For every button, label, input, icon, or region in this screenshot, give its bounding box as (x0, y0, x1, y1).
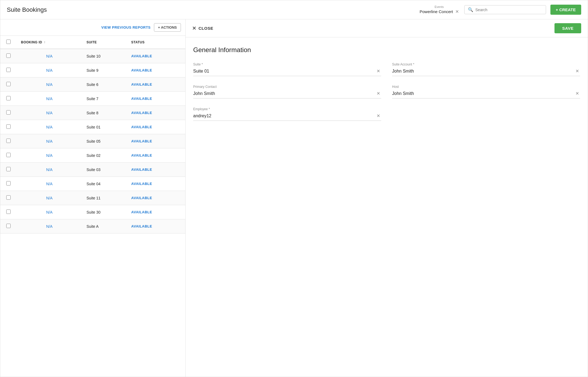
th-checkbox (0, 36, 17, 49)
form-field-placeholder (392, 107, 580, 121)
table-row[interactable]: N/ASuite 03AVAILABLE (0, 163, 185, 177)
cell-status: AVAILABLE (127, 120, 185, 134)
cell-booking-id[interactable]: N/A (17, 134, 82, 148)
th-booking-id: BOOKING ID ↑ (17, 36, 82, 49)
primary-contact-value-row: John Smith ✕ (193, 90, 381, 98)
create-button[interactable]: + CREATE (550, 5, 581, 15)
table-row[interactable]: N/ASuite 7AVAILABLE (0, 92, 185, 106)
close-button[interactable]: ✕ CLOSE (192, 25, 213, 31)
cell-status: AVAILABLE (127, 134, 185, 148)
cell-booking-id[interactable]: N/A (17, 163, 82, 177)
host-label: Host (392, 85, 580, 89)
primary-contact-value: John Smith (193, 91, 375, 96)
actions-button[interactable]: + ACTIONS (154, 23, 181, 32)
row-checkbox[interactable] (6, 167, 11, 171)
suite-account-clear-icon[interactable]: ✕ (574, 68, 580, 74)
row-checkbox[interactable] (6, 82, 11, 86)
cell-booking-id[interactable]: N/A (17, 177, 82, 191)
cell-booking-id[interactable]: N/A (17, 106, 82, 120)
host-value: John Smith (392, 91, 574, 96)
row-checkbox[interactable] (6, 96, 11, 100)
sort-icon: ↑ (44, 40, 46, 44)
search-bar[interactable]: 🔍 (464, 5, 546, 14)
form-row-suite: Suite * Suite 01 ✕ Suite Account * John … (193, 62, 580, 76)
cell-booking-id[interactable]: N/A (17, 49, 82, 63)
row-checkbox[interactable] (6, 124, 11, 129)
app-container: Suite Bookings Events Powerline Concert … (0, 0, 588, 377)
employee-label: Employee * (193, 107, 381, 111)
employee-value: andrey12 (193, 113, 375, 118)
table-row[interactable]: N/ASuite 05AVAILABLE (0, 134, 185, 148)
close-label: CLOSE (199, 26, 213, 31)
event-value-row: Powerline Concert ✕ (420, 9, 459, 14)
event-clear-icon[interactable]: ✕ (455, 9, 459, 14)
cell-booking-id[interactable]: N/A (17, 191, 82, 205)
table-row[interactable]: N/ASuite 11AVAILABLE (0, 191, 185, 205)
primary-contact-label: Primary Contact (193, 85, 381, 89)
cell-suite: Suite 8 (82, 106, 127, 120)
cell-status: AVAILABLE (127, 191, 185, 205)
host-clear-icon[interactable]: ✕ (574, 90, 580, 97)
cell-suite: Suite 6 (82, 77, 127, 92)
cell-status: AVAILABLE (127, 163, 185, 177)
cell-booking-id[interactable]: N/A (17, 120, 82, 134)
close-x-icon: ✕ (192, 25, 196, 31)
table-row[interactable]: N/ASuite 6AVAILABLE (0, 77, 185, 92)
table-row[interactable]: N/ASuite AAVAILABLE (0, 219, 185, 234)
suite-account-value-row: John Smith ✕ (392, 68, 580, 76)
header-event-selector: Events Powerline Concert ✕ (420, 5, 459, 14)
row-checkbox[interactable] (6, 210, 11, 214)
employee-clear-icon[interactable]: ✕ (375, 113, 381, 119)
app-title: Suite Bookings (7, 6, 420, 13)
table-row[interactable]: N/ASuite 10AVAILABLE (0, 49, 185, 63)
row-checkbox[interactable] (6, 195, 11, 200)
form-field-primary-contact: Primary Contact John Smith ✕ (193, 85, 381, 98)
row-checkbox[interactable] (6, 224, 11, 228)
suite-clear-icon[interactable]: ✕ (375, 68, 381, 74)
header: Suite Bookings Events Powerline Concert … (0, 0, 588, 19)
search-input[interactable] (475, 8, 542, 12)
left-panel: VIEW PREVIOUS REPORTS + ACTIONS BOOKING … (0, 19, 186, 377)
primary-contact-clear-icon[interactable]: ✕ (375, 90, 381, 97)
cell-booking-id[interactable]: N/A (17, 219, 82, 234)
suite-value-row: Suite 01 ✕ (193, 68, 381, 76)
th-booking-id-label: BOOKING ID (21, 40, 42, 44)
table-row[interactable]: N/ASuite 30AVAILABLE (0, 205, 185, 219)
table-row[interactable]: N/ASuite 04AVAILABLE (0, 177, 185, 191)
cell-suite: Suite 30 (82, 205, 127, 219)
view-previous-reports-button[interactable]: VIEW PREVIOUS REPORTS (101, 25, 151, 29)
cell-booking-id[interactable]: N/A (17, 63, 82, 77)
cell-booking-id[interactable]: N/A (17, 92, 82, 106)
table-row[interactable]: N/ASuite 9AVAILABLE (0, 63, 185, 77)
cell-suite: Suite 05 (82, 134, 127, 148)
suite-value: Suite 01 (193, 69, 375, 74)
left-toolbar: VIEW PREVIOUS REPORTS + ACTIONS (0, 19, 185, 36)
cell-booking-id[interactable]: N/A (17, 205, 82, 219)
cell-suite: Suite A (82, 219, 127, 234)
search-icon: 🔍 (468, 7, 473, 12)
row-checkbox[interactable] (6, 53, 11, 58)
th-suite: SUITE (82, 36, 127, 49)
form-row-employee: Employee * andrey12 ✕ (193, 107, 580, 121)
row-checkbox[interactable] (6, 181, 11, 185)
cell-status: AVAILABLE (127, 177, 185, 191)
row-checkbox[interactable] (6, 110, 11, 115)
cell-status: AVAILABLE (127, 49, 185, 63)
cell-suite: Suite 11 (82, 191, 127, 205)
row-checkbox[interactable] (6, 153, 11, 157)
right-content: General Information Suite * Suite 01 ✕ S… (186, 37, 588, 377)
table-row[interactable]: N/ASuite 01AVAILABLE (0, 120, 185, 134)
row-checkbox[interactable] (6, 139, 11, 143)
cell-status: AVAILABLE (127, 148, 185, 163)
table-row[interactable]: N/ASuite 8AVAILABLE (0, 106, 185, 120)
employee-value-row: andrey12 ✕ (193, 113, 381, 121)
host-value-row: John Smith ✕ (392, 90, 580, 98)
main-content: VIEW PREVIOUS REPORTS + ACTIONS BOOKING … (0, 19, 588, 377)
table-row[interactable]: N/ASuite 02AVAILABLE (0, 148, 185, 163)
save-button[interactable]: SAVE (554, 23, 581, 33)
row-checkbox[interactable] (6, 68, 11, 72)
cell-booking-id[interactable]: N/A (17, 148, 82, 163)
cell-suite: Suite 9 (82, 63, 127, 77)
select-all-checkbox[interactable] (6, 40, 11, 44)
cell-booking-id[interactable]: N/A (17, 77, 82, 92)
